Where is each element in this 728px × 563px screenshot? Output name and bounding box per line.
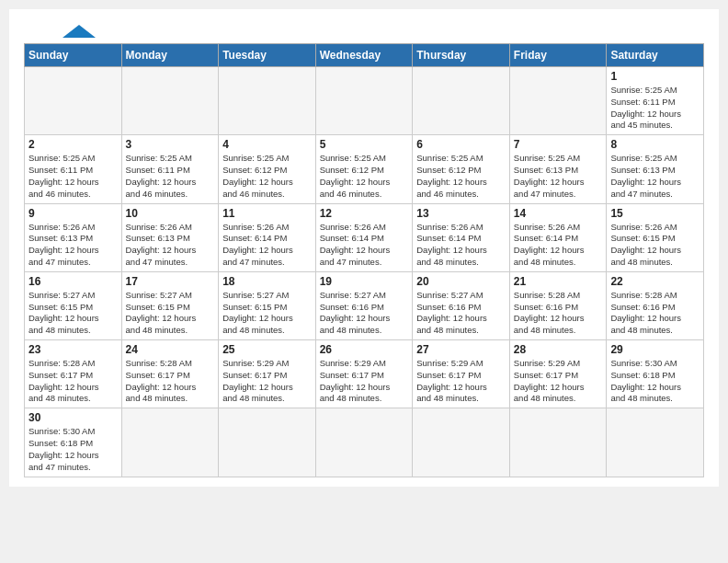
- day-number: 19: [320, 275, 409, 288]
- day-number: 6: [416, 138, 506, 151]
- day-number: 21: [514, 275, 603, 288]
- header-row: SundayMondayTuesdayWednesdayThursdayFrid…: [25, 44, 704, 67]
- day-info: Sunrise: 5:25 AM Sunset: 6:11 PM Dayligh…: [126, 153, 215, 200]
- day-cell: 7Sunrise: 5:25 AM Sunset: 6:13 PM Daylig…: [509, 135, 607, 203]
- header-cell-thursday: Thursday: [413, 44, 510, 67]
- day-cell: [219, 408, 316, 477]
- day-cell: 30Sunrise: 5:30 AM Sunset: 6:18 PM Dayli…: [25, 408, 122, 477]
- day-number: 27: [416, 343, 506, 356]
- day-cell: 16Sunrise: 5:27 AM Sunset: 6:15 PM Dayli…: [25, 271, 122, 339]
- day-info: Sunrise: 5:26 AM Sunset: 6:14 PM Dayligh…: [514, 222, 603, 269]
- day-info: Sunrise: 5:27 AM Sunset: 6:15 PM Dayligh…: [28, 290, 118, 337]
- day-number: 16: [28, 275, 118, 288]
- day-cell: 2Sunrise: 5:25 AM Sunset: 6:11 PM Daylig…: [25, 135, 122, 203]
- day-number: 12: [320, 207, 409, 220]
- day-info: Sunrise: 5:28 AM Sunset: 6:16 PM Dayligh…: [610, 290, 700, 337]
- day-cell: 6Sunrise: 5:25 AM Sunset: 6:12 PM Daylig…: [413, 135, 510, 203]
- day-cell: 21Sunrise: 5:28 AM Sunset: 6:16 PM Dayli…: [509, 271, 607, 339]
- day-number: 2: [28, 138, 118, 151]
- day-info: Sunrise: 5:27 AM Sunset: 6:15 PM Dayligh…: [222, 290, 312, 337]
- day-info: Sunrise: 5:25 AM Sunset: 6:11 PM Dayligh…: [610, 85, 700, 132]
- day-number: 3: [126, 138, 215, 151]
- day-number: 24: [126, 343, 215, 356]
- day-info: Sunrise: 5:28 AM Sunset: 6:16 PM Dayligh…: [514, 290, 603, 337]
- day-cell: 27Sunrise: 5:29 AM Sunset: 6:17 PM Dayli…: [413, 340, 510, 408]
- day-cell: 28Sunrise: 5:29 AM Sunset: 6:17 PM Dayli…: [509, 340, 607, 408]
- calendar-container: SundayMondayTuesdayWednesdayThursdayFrid…: [9, 9, 719, 487]
- day-info: Sunrise: 5:29 AM Sunset: 6:17 PM Dayligh…: [320, 358, 409, 405]
- week-row-1: 2Sunrise: 5:25 AM Sunset: 6:11 PM Daylig…: [25, 135, 704, 203]
- header-cell-sunday: Sunday: [25, 44, 122, 67]
- day-info: Sunrise: 5:26 AM Sunset: 6:14 PM Dayligh…: [416, 222, 506, 269]
- week-row-0: 1Sunrise: 5:25 AM Sunset: 6:11 PM Daylig…: [25, 67, 704, 135]
- day-cell: 20Sunrise: 5:27 AM Sunset: 6:16 PM Dayli…: [413, 271, 510, 339]
- day-number: 26: [320, 343, 409, 356]
- day-cell: 22Sunrise: 5:28 AM Sunset: 6:16 PM Dayli…: [607, 271, 704, 339]
- day-cell: 15Sunrise: 5:26 AM Sunset: 6:15 PM Dayli…: [607, 203, 704, 271]
- day-number: 29: [610, 343, 700, 356]
- day-number: 14: [514, 207, 603, 220]
- day-cell: [315, 408, 413, 477]
- day-cell: [509, 67, 607, 135]
- day-info: Sunrise: 5:29 AM Sunset: 6:17 PM Dayligh…: [222, 358, 312, 405]
- week-row-5: 30Sunrise: 5:30 AM Sunset: 6:18 PM Dayli…: [25, 408, 704, 477]
- svg-marker-0: [63, 25, 96, 38]
- day-cell: [413, 408, 510, 477]
- week-row-2: 9Sunrise: 5:26 AM Sunset: 6:13 PM Daylig…: [25, 203, 704, 271]
- day-cell: 24Sunrise: 5:28 AM Sunset: 6:17 PM Dayli…: [121, 340, 219, 408]
- day-info: Sunrise: 5:30 AM Sunset: 6:18 PM Dayligh…: [610, 358, 700, 405]
- header-cell-saturday: Saturday: [607, 44, 704, 67]
- day-info: Sunrise: 5:26 AM Sunset: 6:13 PM Dayligh…: [28, 222, 118, 269]
- day-info: Sunrise: 5:26 AM Sunset: 6:13 PM Dayligh…: [126, 222, 215, 269]
- header-cell-monday: Monday: [121, 44, 219, 67]
- day-info: Sunrise: 5:30 AM Sunset: 6:18 PM Dayligh…: [28, 426, 118, 473]
- day-cell: 12Sunrise: 5:26 AM Sunset: 6:14 PM Dayli…: [315, 203, 413, 271]
- week-row-3: 16Sunrise: 5:27 AM Sunset: 6:15 PM Dayli…: [25, 271, 704, 339]
- day-number: 13: [416, 207, 506, 220]
- day-info: Sunrise: 5:25 AM Sunset: 6:12 PM Dayligh…: [222, 153, 312, 200]
- day-number: 17: [126, 275, 215, 288]
- day-number: 1: [610, 70, 700, 83]
- day-info: Sunrise: 5:25 AM Sunset: 6:11 PM Dayligh…: [28, 153, 118, 200]
- header-cell-wednesday: Wednesday: [315, 44, 413, 67]
- day-info: Sunrise: 5:27 AM Sunset: 6:15 PM Dayligh…: [126, 290, 215, 337]
- day-number: 28: [514, 343, 603, 356]
- day-cell: [25, 67, 122, 135]
- day-cell: [509, 408, 607, 477]
- day-cell: 9Sunrise: 5:26 AM Sunset: 6:13 PM Daylig…: [25, 203, 122, 271]
- day-cell: 8Sunrise: 5:25 AM Sunset: 6:13 PM Daylig…: [607, 135, 704, 203]
- header-cell-tuesday: Tuesday: [219, 44, 316, 67]
- day-info: Sunrise: 5:28 AM Sunset: 6:17 PM Dayligh…: [28, 358, 118, 405]
- day-info: Sunrise: 5:27 AM Sunset: 6:16 PM Dayligh…: [416, 290, 506, 337]
- week-row-4: 23Sunrise: 5:28 AM Sunset: 6:17 PM Dayli…: [25, 340, 704, 408]
- day-cell: 26Sunrise: 5:29 AM Sunset: 6:17 PM Dayli…: [315, 340, 413, 408]
- day-info: Sunrise: 5:25 AM Sunset: 6:13 PM Dayligh…: [610, 153, 700, 200]
- day-number: 30: [28, 411, 118, 424]
- day-number: 23: [28, 343, 118, 356]
- day-number: 25: [222, 343, 312, 356]
- day-cell: 1Sunrise: 5:25 AM Sunset: 6:11 PM Daylig…: [607, 67, 704, 135]
- day-cell: 10Sunrise: 5:26 AM Sunset: 6:13 PM Dayli…: [121, 203, 219, 271]
- day-cell: 14Sunrise: 5:26 AM Sunset: 6:14 PM Dayli…: [509, 203, 607, 271]
- logo: [24, 24, 96, 38]
- day-number: 8: [610, 138, 700, 151]
- logo-icon: [63, 25, 96, 38]
- day-cell: [121, 67, 219, 135]
- day-cell: 11Sunrise: 5:26 AM Sunset: 6:14 PM Dayli…: [219, 203, 316, 271]
- day-info: Sunrise: 5:27 AM Sunset: 6:16 PM Dayligh…: [320, 290, 409, 337]
- header-cell-friday: Friday: [509, 44, 607, 67]
- day-cell: 17Sunrise: 5:27 AM Sunset: 6:15 PM Dayli…: [121, 271, 219, 339]
- day-info: Sunrise: 5:25 AM Sunset: 6:12 PM Dayligh…: [416, 153, 506, 200]
- day-cell: 23Sunrise: 5:28 AM Sunset: 6:17 PM Dayli…: [25, 340, 122, 408]
- day-info: Sunrise: 5:26 AM Sunset: 6:14 PM Dayligh…: [222, 222, 312, 269]
- day-info: Sunrise: 5:28 AM Sunset: 6:17 PM Dayligh…: [126, 358, 215, 405]
- day-number: 7: [514, 138, 603, 151]
- day-number: 11: [222, 207, 312, 220]
- day-cell: 18Sunrise: 5:27 AM Sunset: 6:15 PM Dayli…: [219, 271, 316, 339]
- day-info: Sunrise: 5:25 AM Sunset: 6:12 PM Dayligh…: [320, 153, 409, 200]
- day-number: 15: [610, 207, 700, 220]
- calendar-table: SundayMondayTuesdayWednesdayThursdayFrid…: [24, 43, 704, 477]
- day-info: Sunrise: 5:26 AM Sunset: 6:15 PM Dayligh…: [610, 222, 700, 269]
- day-number: 4: [222, 138, 312, 151]
- day-number: 18: [222, 275, 312, 288]
